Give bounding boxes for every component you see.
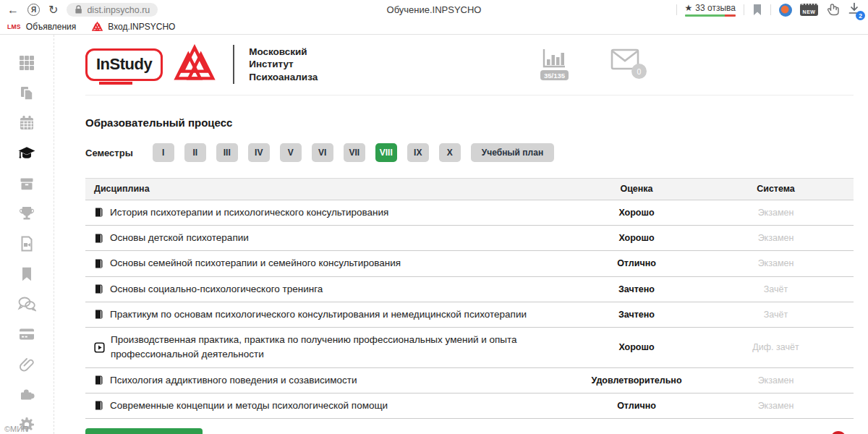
system-value: Экзамен bbox=[698, 208, 854, 218]
discipline-name: Основы социально-психологического тренин… bbox=[110, 282, 323, 297]
star-icon: ★ bbox=[685, 3, 693, 13]
archive-box-icon[interactable] bbox=[17, 174, 36, 193]
discipline-name: История психотерапии и психологического … bbox=[110, 205, 388, 220]
attachments-icon[interactable] bbox=[17, 355, 36, 374]
bookmark-announcements[interactable]: LMS Объявления bbox=[7, 22, 76, 32]
education-icon-active[interactable] bbox=[17, 144, 36, 163]
mail-count-badge: 0 bbox=[631, 64, 647, 79]
table-header-row: Дисциплина Оценка Система bbox=[85, 179, 854, 200]
system-value: Зачёт bbox=[698, 284, 854, 294]
semester-switcher: Семестры I II III IV V VI VII VIII IX X … bbox=[85, 143, 854, 162]
bookmark-login[interactable]: Вход.INPSYCHO bbox=[92, 22, 175, 32]
payments-icon[interactable] bbox=[17, 325, 36, 344]
system-value: Экзамен bbox=[698, 401, 854, 411]
sidebar-footer-copyright: ©МИП bbox=[4, 425, 28, 433]
logo-group: InStudy Московский Институт Психоанализа bbox=[85, 44, 318, 85]
semester-4-button[interactable]: IV bbox=[248, 143, 270, 162]
progress-badge: 35/135 bbox=[540, 70, 569, 80]
semester-6-button[interactable]: VI bbox=[312, 143, 333, 162]
header-icons: 35/135 0 bbox=[540, 48, 639, 80]
table-row: История психотерапии и психологического … bbox=[85, 200, 854, 226]
downloads-button[interactable]: 2 bbox=[848, 2, 861, 17]
progress-stats-button[interactable]: 35/135 bbox=[540, 48, 569, 80]
grade-value: Зачтено bbox=[575, 310, 698, 320]
bookmarks-bar: LMS Объявления Вход.INPSYCHO bbox=[0, 20, 868, 35]
divider bbox=[676, 4, 677, 15]
grade-value: Хорошо bbox=[575, 233, 698, 243]
mip-favicon bbox=[92, 22, 103, 32]
book-icon bbox=[94, 284, 104, 294]
play-video-icon bbox=[94, 342, 105, 353]
semester-3-button[interactable]: III bbox=[216, 143, 238, 162]
institute-name: Московский Институт Психоанализа bbox=[249, 46, 318, 84]
semester-7-button[interactable]: VII bbox=[344, 143, 365, 162]
back-icon[interactable]: ← bbox=[7, 4, 19, 16]
semester-8-button-active[interactable]: VIII bbox=[375, 143, 397, 162]
book-icon bbox=[94, 207, 104, 218]
downloads-count-badge: 2 bbox=[856, 11, 865, 20]
yandex-browser-icon[interactable]: Я bbox=[27, 4, 40, 16]
book-icon bbox=[94, 233, 104, 244]
page-header: InStudy Московский Институт Психоанализа bbox=[85, 35, 854, 95]
bookmarks-icon[interactable] bbox=[17, 265, 36, 284]
bookmark-label: Вход.INPSYCHO bbox=[108, 22, 175, 32]
gradebook-button[interactable]: Зачётная книжка bbox=[85, 428, 203, 434]
table-row: Основы детской психотерапии Хорошо Экзам… bbox=[85, 226, 854, 251]
documents-icon[interactable] bbox=[17, 84, 36, 103]
divider bbox=[770, 4, 771, 15]
grade-value: Отлично bbox=[575, 401, 698, 411]
table-row: Психология аддиктивного поведения и соза… bbox=[85, 368, 854, 393]
footer-row: Зачётная книжка ! bbox=[85, 428, 854, 434]
semester-2-button[interactable]: II bbox=[184, 143, 206, 162]
extension-glove-icon[interactable] bbox=[826, 4, 840, 16]
discipline-name: Основы семейной психотерапии и семейного… bbox=[110, 256, 401, 271]
address-bar[interactable]: dist.inpsycho.ru bbox=[67, 3, 158, 17]
url-text: dist.inpsycho.ru bbox=[87, 5, 150, 15]
browser-tab-bar: ← Я ↻ dist.inpsycho.ru Обучение.INPSYCHO… bbox=[0, 0, 868, 20]
calendar-icon[interactable] bbox=[17, 114, 36, 132]
book-icon bbox=[94, 258, 104, 269]
column-header-discipline: Дисциплина bbox=[85, 182, 575, 196]
messages-icon[interactable] bbox=[17, 295, 36, 314]
system-value: Зачёт bbox=[698, 310, 854, 320]
trophy-icon[interactable] bbox=[17, 204, 36, 223]
lock-icon bbox=[75, 5, 82, 14]
site-reviews[interactable]: ★ 33 отзыва bbox=[685, 3, 736, 17]
toolbar-right: ★ 33 отзыва NEW bbox=[672, 2, 861, 17]
logo-divider bbox=[233, 45, 234, 84]
video-lessons-icon[interactable] bbox=[17, 234, 36, 253]
apps-grid-icon[interactable] bbox=[17, 54, 36, 72]
curriculum-button[interactable]: Учебный план bbox=[471, 143, 554, 162]
integrations-icon[interactable] bbox=[17, 386, 36, 404]
alert-icon[interactable]: ! bbox=[830, 431, 846, 434]
discipline-name: Основы детской психотерапии bbox=[110, 231, 249, 245]
discipline-name: Современные концепции и методы психологи… bbox=[110, 399, 388, 413]
main-content: InStudy Московский Институт Психоанализа bbox=[54, 35, 868, 434]
extension-sphere-icon[interactable] bbox=[779, 4, 792, 17]
discipline-name: Производственная практика, практика по п… bbox=[111, 333, 568, 362]
discipline-name: Практикум по основам психологического ко… bbox=[110, 307, 527, 322]
semester-5-button[interactable]: V bbox=[280, 143, 302, 162]
screenshot-new-icon[interactable]: NEW bbox=[800, 4, 818, 16]
grade-value: Хорошо bbox=[575, 342, 698, 352]
mip-triangles-logo bbox=[174, 44, 216, 85]
page-title: Образовательный процесс bbox=[85, 116, 854, 129]
semester-9-button[interactable]: IX bbox=[407, 143, 429, 162]
refresh-icon[interactable]: ↻ bbox=[48, 4, 58, 16]
grade-value: Удовлетворительно bbox=[575, 375, 698, 386]
bookmark-icon[interactable] bbox=[752, 4, 762, 16]
grade-value: Хорошо bbox=[575, 208, 698, 218]
instudy-logo[interactable]: InStudy bbox=[85, 48, 163, 81]
semester-10-button[interactable]: X bbox=[439, 143, 461, 162]
system-value: Диф. зачёт bbox=[698, 342, 854, 352]
column-header-grade: Оценка bbox=[575, 184, 698, 194]
table-row: Практикум по основам психологического ко… bbox=[85, 302, 854, 328]
system-value: Экзамен bbox=[698, 233, 854, 243]
app-body: ©МИП InStudy Московский Институт Пси bbox=[0, 35, 868, 434]
mail-button[interactable]: 0 bbox=[610, 48, 639, 73]
lms-favicon: LMS bbox=[7, 23, 21, 30]
semester-1-button[interactable]: I bbox=[153, 143, 174, 162]
semesters-label: Семестры bbox=[85, 148, 133, 158]
rating-bar bbox=[685, 14, 736, 17]
column-header-system: Система bbox=[698, 184, 854, 194]
